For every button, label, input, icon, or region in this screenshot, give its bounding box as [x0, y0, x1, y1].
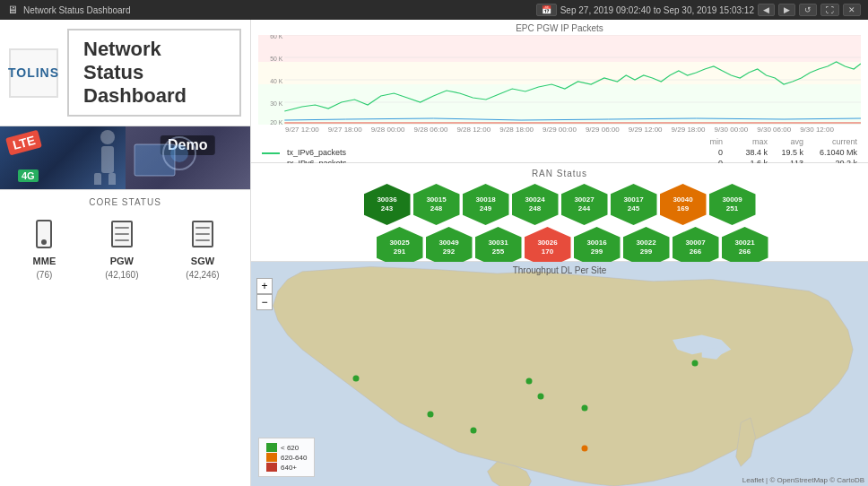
hex-cell-30017[interactable]: 30017245	[611, 184, 657, 225]
legend-color-box	[266, 453, 277, 462]
prev-btn[interactable]: ◀	[758, 4, 775, 16]
refresh-btn[interactable]: ↺	[799, 4, 817, 16]
mme-label: MME	[33, 256, 56, 266]
image-demo: Demo	[126, 126, 251, 189]
epc-title: EPC PGW IP Packets	[258, 23, 861, 33]
top-bar-left: 🖥 Network Status Dashboard	[7, 4, 131, 16]
map-dot-2	[470, 427, 476, 433]
legend-color-box	[266, 443, 277, 452]
map-dot-5	[581, 404, 587, 411]
svg-rect-3	[108, 173, 116, 185]
hex-cell-30018[interactable]: 30018249	[463, 184, 509, 225]
map-legend: < 620620-640640+	[258, 438, 315, 477]
4g-badge: 4G	[18, 169, 39, 182]
core-status-section: CORE STATUS MME (76)	[0, 189, 250, 287]
svg-rect-9	[258, 84, 861, 125]
top-bar-title: Network Status Dashboard	[23, 5, 131, 15]
epc-chart-area: EPC PGW IP Packets 60 K	[251, 20, 868, 163]
sgw-value: (42,246)	[186, 270, 219, 280]
map-dots	[251, 262, 868, 486]
svg-point-6	[170, 144, 188, 162]
svg-rect-2	[94, 173, 101, 185]
svg-text:50 K: 50 K	[270, 56, 282, 62]
legend-color-box	[266, 463, 277, 472]
hex-cell-30015[interactable]: 30015248	[413, 184, 460, 225]
map-dot-0	[352, 376, 359, 382]
right-panel: EPC PGW IP Packets 60 K	[251, 20, 868, 486]
pgw-value: (42,160)	[105, 270, 138, 280]
pgw-icon	[108, 216, 135, 252]
main-content: TOLINS Network Status Dashboard LTE 4G D…	[0, 20, 868, 486]
svg-rect-7	[258, 35, 861, 62]
mme-icon	[30, 216, 57, 252]
map-dot-4	[538, 394, 544, 400]
hex-row-0: 3003624330015248300182493002424830027244…	[364, 184, 756, 225]
date-range: Sep 27, 2019 09:02:40 to Sep 30, 2019 15…	[560, 5, 754, 15]
ran-title: RAN Status	[256, 169, 863, 178]
lte-badge: LTE	[5, 130, 42, 156]
map-legend-item: 620-640	[266, 453, 307, 462]
zoom-out-btn[interactable]: −	[256, 294, 273, 310]
logo-box: TOLINS	[9, 48, 58, 98]
svg-text:60 K: 60 K	[270, 35, 282, 39]
hex-cell-30036[interactable]: 30036243	[364, 184, 411, 225]
close-btn[interactable]: ✕	[843, 4, 861, 16]
demo-visual	[126, 126, 197, 189]
hex-cell-30040[interactable]: 30040169	[660, 184, 707, 225]
svg-rect-1	[101, 146, 114, 173]
svg-text:30 K: 30 K	[270, 100, 282, 107]
sgw-label: SGW	[191, 256, 214, 266]
image-section: LTE 4G Demo	[0, 126, 250, 189]
map-dot-7	[581, 445, 587, 451]
pgw-label: PGW	[110, 256, 134, 266]
hex-cell-30009[interactable]: 30009251	[709, 184, 756, 225]
calendar-icon[interactable]: 📅	[536, 4, 557, 16]
image-lte: LTE 4G	[0, 126, 126, 189]
svg-rect-8	[258, 62, 861, 84]
map-dot-6	[692, 360, 699, 366]
svg-point-0	[100, 130, 115, 144]
hex-cell-30024[interactable]: 30024248	[512, 184, 559, 225]
x-axis-labels: 9/27 12:00 9/27 18:00 9/28 00:00 9/28 06…	[258, 126, 861, 134]
legend-row-tx_IPv6_packets: tx_IPv6_packets 0 38.4 k 19.5 k 6.1040 M…	[258, 147, 861, 158]
svg-text:20 K: 20 K	[270, 119, 282, 125]
app-icon: 🖥	[7, 4, 18, 16]
map-legend-item: 640+	[266, 463, 307, 472]
map-title: Throughput DL Per Site	[251, 265, 868, 275]
svg-rect-4	[135, 144, 175, 176]
middle-row: RAN Status 30036243300152483001824930024…	[251, 163, 868, 262]
core-status-title: CORE STATUS	[7, 197, 243, 207]
hex-cell-30027[interactable]: 30027244	[561, 184, 608, 225]
person-silhouette	[76, 126, 121, 185]
core-item-sgw: SGW (42,246)	[186, 216, 219, 280]
map-attribution: Leaflet | © OpenStreetMap © CartoDB	[742, 476, 864, 484]
ran-status-section: RAN Status 30036243300152483001824930024…	[251, 163, 868, 261]
core-item-mme: MME (76)	[30, 216, 57, 280]
top-bar: 🖥 Network Status Dashboard 📅 Sep 27, 201…	[0, 0, 868, 20]
core-item-pgw: PGW (42,160)	[105, 216, 138, 280]
mme-value: (76)	[37, 270, 53, 280]
hex-grid: 3003624330015248300182493002424830027244…	[256, 184, 863, 268]
zoom-control[interactable]: + −	[256, 278, 273, 310]
chart-svg: 60 K 50 K 40 K 30 K 20 K	[258, 35, 861, 125]
map-legend-item: < 620	[266, 443, 307, 452]
map-area: Throughput DL Per Site + −	[251, 262, 868, 486]
map-dot-1	[427, 412, 433, 418]
next-btn[interactable]: ▶	[778, 4, 795, 16]
top-bar-right: 📅 Sep 27, 2019 09:02:40 to Sep 30, 2019 …	[536, 4, 861, 16]
logo-text: TOLINS	[8, 65, 59, 80]
sgw-icon	[189, 216, 216, 252]
fullscreen-btn[interactable]: ⛶	[820, 4, 839, 16]
left-panel: TOLINS Network Status Dashboard LTE 4G D…	[0, 20, 251, 486]
zoom-in-btn[interactable]: +	[256, 278, 273, 294]
chart-container: 60 K 50 K 40 K 30 K 20 K	[258, 35, 861, 125]
header-section: TOLINS Network Status Dashboard	[0, 20, 250, 126]
map-dot-3	[525, 378, 532, 384]
dashboard-title-text: Network Status Dashboard	[67, 29, 241, 117]
core-items-container: MME (76) PGW (42,160)	[7, 216, 243, 280]
svg-text:40 K: 40 K	[270, 78, 282, 84]
